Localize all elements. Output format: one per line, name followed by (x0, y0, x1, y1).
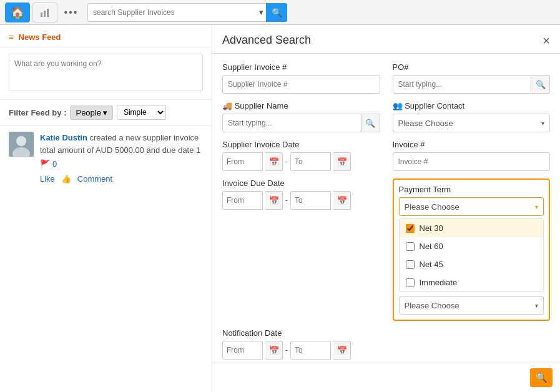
search-go-button[interactable]: 🔍 (266, 3, 287, 22)
news-flag-icon: 🚩 (40, 158, 50, 170)
chevron-down-icon: ▾ (541, 120, 544, 127)
invoice-due-date-range: 📅 - 📅 (222, 191, 380, 210)
comment-button[interactable]: Comment (77, 173, 112, 185)
like-icon: 👍 (61, 173, 71, 185)
po-num-input[interactable] (393, 75, 532, 94)
news-feed-textarea[interactable] (9, 54, 203, 91)
supplier-invoice-date-to[interactable] (290, 152, 331, 171)
chevron-down-icon-payment: ▾ (535, 203, 538, 210)
notification-date-to-cal[interactable]: 📅 (333, 341, 351, 360)
payment-net30-label: Net 30 (420, 223, 443, 233)
filter-people-button[interactable]: People ▾ (70, 105, 112, 120)
notification-date-range: 📅 - 📅 (222, 341, 380, 360)
payment-net45-checkbox[interactable] (406, 260, 415, 269)
svg-rect-1 (44, 11, 46, 17)
search-wrapper: ▾ 🔍 (87, 3, 287, 22)
payment-term-bottom-select[interactable]: Please Choose ▾ (399, 296, 544, 315)
invoice-due-date-group: Invoice Due Date 📅 - 📅 (222, 179, 380, 321)
date-separator: - (285, 157, 288, 166)
payment-net60-checkbox[interactable] (406, 242, 415, 251)
payment-term-footer-select: Please Choose ▾ (399, 296, 544, 315)
payment-option-net30[interactable]: Net 30 (400, 219, 544, 237)
invoice-due-date-to[interactable] (290, 191, 331, 210)
notification-date-from[interactable] (222, 341, 263, 360)
date-separator-3: - (285, 346, 288, 355)
invoice-due-date-from[interactable] (222, 191, 263, 210)
filter-label: Filter Feed by : (9, 108, 66, 117)
po-num-label: PO# (393, 62, 551, 72)
payment-term-placeholder: Please Choose (405, 202, 459, 212)
notification-date-to[interactable] (290, 341, 331, 360)
po-search-button[interactable]: 🔍 (531, 75, 550, 94)
payment-net30-checkbox[interactable] (406, 224, 415, 233)
supplier-invoice-num-label: Supplier Invoice # (222, 62, 380, 72)
payment-option-immediate[interactable]: Immediate (400, 273, 544, 292)
more-button[interactable]: ••• (60, 2, 82, 22)
supplier-contact-placeholder: Please Choose (398, 119, 453, 128)
supplier-invoice-date-label: Supplier Invoice Date (222, 140, 380, 149)
supplier-search-button[interactable]: 🔍 (361, 114, 380, 132)
left-panel: ≡ News Feed Filter Feed by : People ▾ Si… (0, 25, 212, 392)
po-num-input-wrapper: 🔍 (393, 75, 551, 94)
payment-term-label: Payment Term (399, 185, 451, 194)
date-separator-2: - (285, 196, 288, 205)
svg-point-4 (16, 136, 26, 146)
feed-icon: ≡ (9, 32, 14, 42)
supplier-invoice-date-range: 📅 - 📅 (222, 152, 380, 171)
svg-rect-0 (41, 12, 42, 17)
supplier-name-input[interactable] (222, 114, 361, 132)
payment-option-net45[interactable]: Net 45 (400, 255, 544, 273)
search-input[interactable] (87, 3, 257, 22)
supplier-contact-group: 👥 Supplier Contact Please Choose ▾ (393, 101, 551, 132)
invoice-due-date-label: Invoice Due Date (222, 179, 380, 188)
like-button[interactable]: Like (40, 173, 55, 185)
filter-bar: Filter Feed by : People ▾ Simple Detaile… (0, 99, 212, 125)
payment-immediate-checkbox[interactable] (406, 278, 415, 287)
supplier-name-input-wrapper: 🔍 (222, 114, 380, 132)
payment-immediate-label: Immediate (420, 278, 458, 287)
invoice-num-input[interactable] (393, 152, 551, 171)
invoice-num-label: Invoice # (393, 140, 551, 149)
supplier-invoice-num-input[interactable] (222, 75, 380, 94)
invoice-due-date-to-cal[interactable]: 📅 (333, 191, 351, 210)
modal-header: Advanced Search × (212, 25, 560, 54)
chevron-down-icon: ▾ (103, 108, 107, 117)
search-dropdown-button[interactable]: ▾ (257, 3, 266, 22)
news-feed-header: ≡ News Feed (0, 25, 212, 47)
people-icon: 👥 (393, 101, 403, 110)
payment-term-group: Payment Term Please Choose ▾ Net 30 (393, 179, 551, 321)
supplier-name-group: 🚚 Supplier Name 🔍 (222, 101, 380, 132)
invoice-due-date-from-cal[interactable]: 📅 (265, 191, 283, 210)
payment-term-dropdown: Net 30 Net 60 Net 45 (399, 218, 544, 292)
people-label: People (76, 108, 101, 117)
modal-close-button[interactable]: × (543, 34, 550, 47)
modal-footer: 🔍 (212, 363, 560, 392)
notification-date-group: Notification Date 📅 - 📅 (222, 328, 380, 360)
supplier-invoice-date-group: Supplier Invoice Date 📅 - 📅 (222, 140, 380, 171)
news-content: Katie Dustin created a new supplier invo… (40, 132, 203, 185)
news-author: Katie Dustin (40, 133, 87, 142)
supplier-contact-select[interactable]: Please Choose ▾ (393, 114, 551, 132)
supplier-invoice-date-from[interactable] (222, 152, 263, 171)
payment-net45-label: Net 45 (420, 260, 443, 269)
payment-term-bottom-placeholder: Please Choose (405, 301, 459, 310)
news-actions: Like 👍 Comment (40, 173, 203, 185)
payment-term-select[interactable]: Please Choose ▾ (399, 197, 544, 216)
news-item: Katie Dustin created a new supplier invo… (0, 125, 212, 191)
notification-date-from-cal[interactable]: 📅 (265, 341, 283, 360)
main-layout: ≡ News Feed Filter Feed by : People ▾ Si… (0, 25, 560, 392)
chart-button[interactable] (32, 2, 57, 22)
avatar (9, 132, 34, 157)
supplier-invoice-date-to-cal[interactable]: 📅 (333, 152, 351, 171)
po-num-group: PO# 🔍 (393, 62, 551, 94)
news-count-link[interactable]: 0 (52, 158, 57, 170)
truck-icon: 🚚 (222, 101, 232, 110)
filter-simple-select[interactable]: Simple Detailed (117, 105, 166, 120)
footer-search-button[interactable]: 🔍 (530, 368, 553, 387)
supplier-contact-label: 👥 Supplier Contact (393, 101, 551, 110)
home-button[interactable]: 🏠 (5, 2, 30, 22)
payment-option-net60[interactable]: Net 60 (400, 237, 544, 255)
form-grid: Supplier Invoice # PO# 🔍 🚚 Supplier Nam (222, 62, 550, 363)
supplier-invoice-date-from-cal[interactable]: 📅 (265, 152, 283, 171)
payment-net60-label: Net 60 (420, 242, 443, 251)
